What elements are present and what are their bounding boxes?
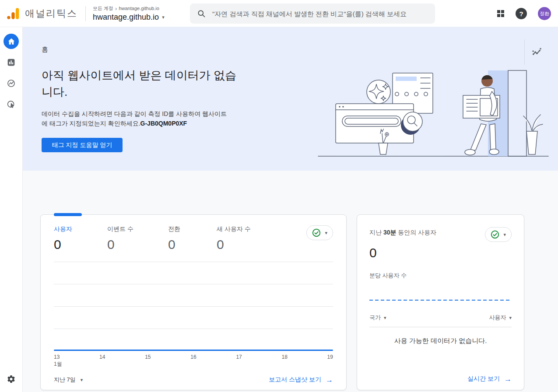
realtime-card-inner: 지난 30분 동안의 사용자 ▾ 0 분당 사용자 수 국가 ▾ [357,215,524,390]
caret-down-icon: ▾ [384,315,386,320]
overview-card-inner: 사용자 0 이벤트 수 0 전환 0 새 사용자 수 0 [41,215,346,390]
metric-tab-event-count[interactable]: 이벤트 수 0 [107,225,168,252]
metric-value: 0 [217,237,251,252]
caret-down-icon: ▾ [509,315,512,320]
reports-snapshot-link-label: 보고서 스냅샷 보기 [269,376,321,384]
property-selector[interactable]: hwantage.github.io ▾ [93,13,165,22]
x-tick: 14 [99,354,105,360]
caret-down-icon: ▾ [81,378,83,382]
active-metric-tab-indicator [54,213,82,216]
metric-value: 0 [107,237,168,252]
metric-tab-users[interactable]: 사용자 0 [54,225,107,252]
chart-x-axis: 13 14 15 16 17 18 19 [54,354,333,360]
metric-tab-new-users[interactable]: 새 사용자 수 0 [217,225,251,252]
x-tick: 19 [327,354,333,360]
realtime-table-header: 국가 ▾ 사용자 ▾ [369,314,512,322]
caret-down-icon: ▾ [503,232,506,237]
measurement-id: G-JB0QM0P0XF [140,120,187,127]
dimension-label: 국가 [369,314,381,322]
metric-value: 0 [168,237,217,252]
caret-down-icon: ▾ [325,231,327,235]
top-bar: 애널리틱스 모든 계정 › hwantage.github.io hwantag… [0,0,558,27]
tagging-help-button[interactable]: 태그 지정 도움말 얻기 [42,138,123,152]
metric-label: 사용자 [489,314,506,322]
realtime-footer: 실시간 보기 → [369,375,512,383]
left-nav [0,27,23,392]
analytics-home-screen: 애널리틱스 모든 계정 › hwantage.github.io hwantag… [0,0,558,392]
realtime-title-row: 지난 30분 동안의 사용자 ▾ [369,227,512,242]
metric-label: 전환 [168,225,217,233]
diagnostics-grid-icon[interactable] [497,10,505,18]
gridline [54,329,333,329]
breadcrumb-root: 모든 계정 [93,5,113,12]
logo-block[interactable]: 애널리틱스 [0,6,77,21]
realtime-title: 지난 30분 동안의 사용자 [369,227,436,237]
sidebar-item-home[interactable] [4,34,19,49]
reports-snapshot-link[interactable]: 보고서 스냅샷 보기 → [269,376,333,384]
users-per-minute-label: 분당 사용자 수 [369,272,512,280]
date-range-label: 지난 7일 [54,376,76,384]
dimension-selector-country[interactable]: 국가 ▾ [369,314,386,322]
data-quality-dropdown[interactable]: ▾ [485,227,512,242]
header-actions: ? 정환 [497,0,551,27]
arrow-right-icon: → [504,375,512,383]
check-circle-icon [312,228,321,237]
chart-zero-line [54,350,333,351]
no-data-message: 사용 가능한 데이터가 없습니다. [369,337,512,345]
gridline [54,284,333,284]
realtime-card: 지난 30분 동안의 사용자 ▾ 0 분당 사용자 수 국가 ▾ [357,214,524,390]
metrics-row: 사용자 0 이벤트 수 0 전환 0 새 사용자 수 0 [54,225,333,252]
data-quality-dropdown[interactable]: ▾ [306,225,333,240]
account-avatar[interactable]: 정환 [538,7,551,20]
hero-description: 데이터 수집을 시작하려면 다음과 같이 측정 ID를 사용하여 웹사이트에 태… [42,109,233,128]
x-tick: 17 [236,354,242,360]
users-trend-chart [54,262,333,351]
metric-label: 이벤트 수 [107,225,168,233]
analytics-logo-icon [6,6,21,21]
realtime-view-link-label: 실시간 보기 [467,375,500,383]
help-button[interactable]: ? [516,8,527,19]
search-input[interactable] [211,10,428,18]
realtime-view-link[interactable]: 실시간 보기 → [467,375,512,383]
sidebar-item-reports[interactable] [4,55,19,70]
realtime-users-value: 0 [369,245,512,260]
page-title: 홈 [42,46,241,54]
search-bar[interactable] [190,4,435,24]
realtime-title-prefix: 지난 [369,229,383,236]
home-icon [7,37,16,46]
realtime-title-bold: 30분 [383,229,397,236]
metric-label: 새 사용자 수 [217,225,251,233]
check-circle-icon [491,230,499,239]
table-divider [369,327,512,327]
caret-down-icon: ▾ [162,15,165,20]
insights-icon[interactable] [531,46,543,58]
hero-description-text: 데이터 수집을 시작하려면 다음과 같이 측정 ID를 사용하여 웹사이트에 태… [42,110,227,127]
overview-card: 사용자 0 이벤트 수 0 전환 0 새 사용자 수 0 [40,214,347,390]
gridline [54,262,333,262]
metric-tab-conversions[interactable]: 전환 0 [168,225,217,252]
sidebar-item-explore[interactable] [4,76,19,91]
advertising-icon [7,100,16,109]
x-tick: 15 [145,354,151,360]
hero-text: 홈 아직 웹사이트에서 받은 데이터가 없습니다. 데이터 수집을 시작하려면 … [42,46,241,152]
property-name: hwantage.github.io [93,13,159,22]
metric-value: 0 [54,237,107,252]
gridline [54,306,333,307]
help-icon: ? [516,8,527,19]
chart-month-label: 1월 [54,360,333,368]
breadcrumb: 모든 계정 › hwantage.github.io [93,5,165,12]
header-divider [85,6,86,21]
overview-footer: 지난 7일 ▾ 보고서 스냅샷 보기 → [54,376,333,384]
x-tick: 18 [281,354,287,360]
hero-headline: 아직 웹사이트에서 받은 데이터가 없습니다. [42,67,241,100]
search-icon [197,9,206,18]
explore-icon [7,79,16,88]
metric-selector-users[interactable]: 사용자 ▾ [489,314,512,322]
hero-illustration [317,63,549,164]
sidebar-item-admin[interactable] [4,371,19,387]
account-property-switcher[interactable]: 모든 계정 › hwantage.github.io hwantage.gith… [93,5,165,22]
chevron-right-icon: › [115,6,117,11]
avatar: 정환 [538,7,551,20]
date-range-selector[interactable]: 지난 7일 ▾ [54,376,83,384]
sidebar-item-advertising[interactable] [4,97,19,112]
